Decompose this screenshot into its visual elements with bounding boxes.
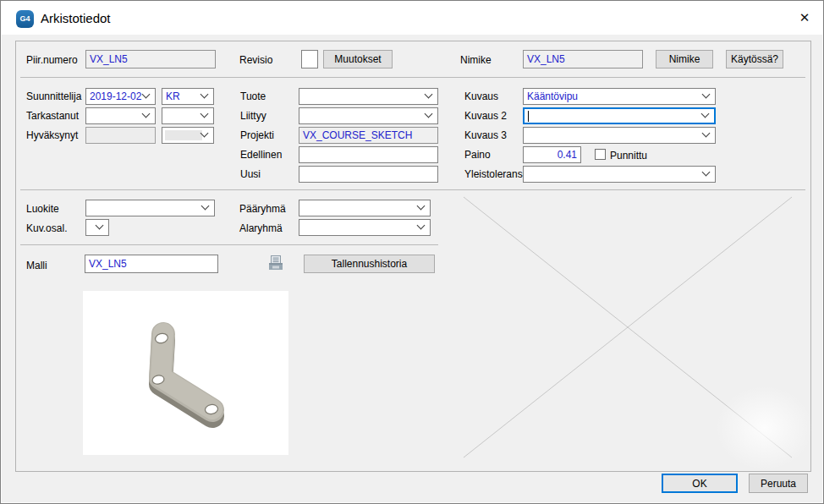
chevron-down-icon [425,110,433,118]
kuvaus3-label: Kuvaus 3 [464,129,507,141]
kuvaus-combo[interactable]: Kääntövipu [523,88,716,105]
tarkastanut-date-combo[interactable] [85,107,156,124]
paaryhma-combo[interactable] [299,200,431,216]
separator-1 [20,77,805,78]
tallennushistoria-button[interactable]: Tallennushistoria [304,255,435,273]
title-bar: G4 Arkistotiedot ✕ [2,2,822,35]
chevron-down-icon [425,90,433,99]
hyvaksynyt-label: Hyväksynyt [26,129,78,141]
projekti-label: Projekti [240,129,274,141]
hyvaksynyt-date-field [85,127,156,144]
model-preview-image [83,291,288,455]
luokite-label: Luokite [26,203,59,215]
window-title: Arkistotiedot [41,11,111,25]
text-caret [528,111,529,122]
muutokset-button[interactable]: Muutokset [323,50,393,68]
chevron-down-icon [142,110,151,118]
ok-button[interactable]: OK [662,474,738,493]
liittyy-label: Liittyy [240,110,266,122]
nimike-button[interactable]: Nimike [656,50,713,68]
chevron-down-icon [201,202,210,211]
nimike-field[interactable]: VX_LN5 [523,50,643,68]
separator-3 [20,244,438,245]
piir-numero-field[interactable]: VX_LN5 [85,50,216,68]
chevron-down-icon [417,202,426,211]
chevron-down-icon [96,222,104,230]
malli-label: Malli [26,260,47,271]
suunnittelija-initials-combo[interactable]: KR [162,88,214,105]
tuote-combo[interactable] [299,88,438,105]
suunnittelija-date-combo[interactable]: 2019-12-02 [85,88,156,105]
disabled-area [165,130,202,140]
kuvaus2-combo[interactable] [523,107,716,124]
revisio-label: Revisio [239,54,272,66]
chevron-down-icon [702,129,711,138]
hyvaksynyt-initials-combo[interactable] [162,127,214,144]
projekti-field[interactable]: VX_COURSE_SKETCH [299,127,438,144]
kuvaus2-label: Kuvaus 2 [464,110,507,122]
chevron-down-icon [701,110,710,118]
close-icon[interactable]: ✕ [792,7,817,29]
yleistoleranssi-combo[interactable] [523,166,716,183]
faint-watermark [716,386,813,470]
kuv-osal-label: Kuv.osal. [26,222,67,234]
luokite-combo[interactable] [85,200,215,216]
tuote-label: Tuote [240,90,266,102]
alaryhma-combo[interactable] [299,219,431,236]
chevron-down-icon [702,168,711,177]
uusi-field[interactable] [299,166,438,183]
tarkastanut-label: Tarkastanut [26,110,79,122]
edellinen-field[interactable] [299,146,438,163]
paino-label: Paino [464,149,491,161]
chevron-down-icon [201,90,209,99]
kuvaus-label: Kuvaus [464,90,498,102]
arkistotiedot-dialog: G4 Arkistotiedot ✕ Piir.numero VX_LN5 Re… [0,0,824,504]
liittyy-combo[interactable] [299,107,438,124]
punnittu-label: Punnittu [610,150,647,162]
chevron-down-icon [702,90,711,99]
edellinen-label: Edellinen [240,149,282,161]
nimike-label: Nimike [460,54,492,66]
piir-numero-label: Piir.numero [26,54,78,66]
chevron-down-icon [417,222,426,230]
kuv-osal-combo[interactable] [85,219,109,236]
paino-field[interactable]: 0.41 [523,146,581,163]
kaytossa-button[interactable]: Käytössä? [726,50,783,68]
printer-icon[interactable] [266,255,285,273]
peruuta-button[interactable]: Peruuta [749,474,808,493]
chevron-down-icon [142,90,151,99]
punnittu-checkbox[interactable] [595,149,606,160]
chevron-down-icon [201,110,209,118]
revisio-field[interactable] [301,50,318,68]
g4-app-icon: G4 [16,10,34,28]
bracket-part-drawing [83,291,288,455]
suunnittelija-label: Suunnittelija [26,90,81,102]
separator-2 [20,189,805,190]
yleistoleranssi-label: Yleistoleranssi [464,168,530,180]
uusi-label: Uusi [240,168,261,180]
tarkastanut-initials-combo[interactable] [162,107,214,124]
kuvaus3-combo[interactable] [523,127,716,144]
malli-field[interactable]: VX_LN5 [85,255,218,273]
alaryhma-label: Alaryhmä [239,222,283,234]
paaryhma-label: Pääryhmä [239,203,286,215]
